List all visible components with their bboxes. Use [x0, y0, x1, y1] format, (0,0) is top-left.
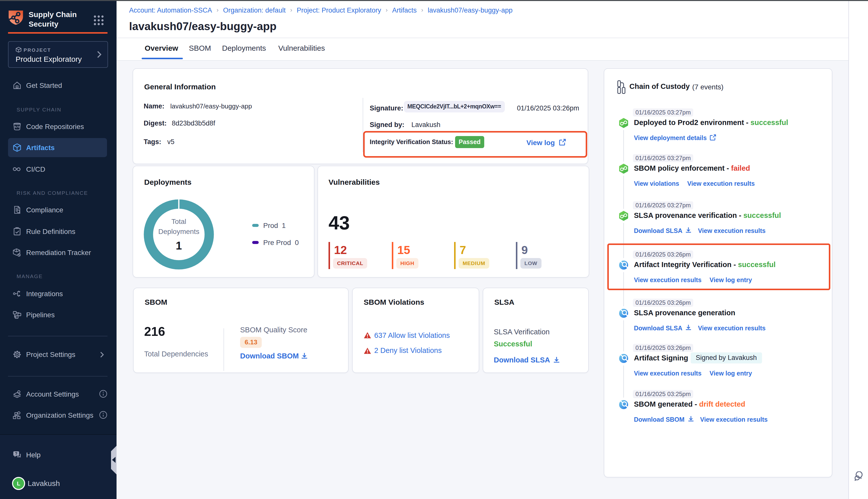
- svg-text:?: ?: [15, 452, 17, 456]
